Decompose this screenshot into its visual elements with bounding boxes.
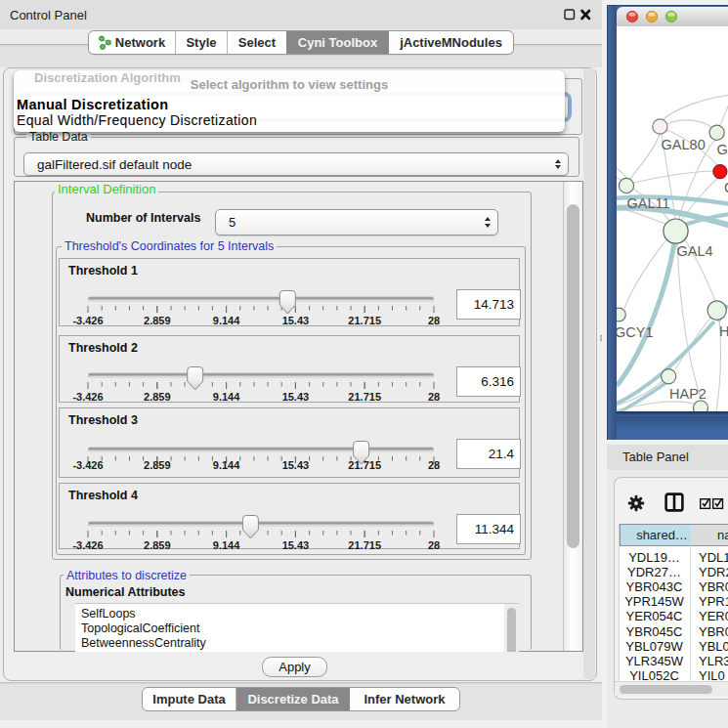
svg-text:-3.426: -3.426 xyxy=(72,391,103,403)
svg-text:28: 28 xyxy=(428,459,440,471)
svg-text:HAP2: HAP2 xyxy=(669,386,707,402)
svg-text:15.43: 15.43 xyxy=(282,315,310,326)
svg-text:H: H xyxy=(719,323,728,339)
svg-text:2.859: 2.859 xyxy=(144,315,171,326)
svg-text:28: 28 xyxy=(428,391,440,403)
svg-text:28: 28 xyxy=(428,539,440,551)
svg-text:GA: GA xyxy=(717,142,728,157)
svg-text:15.43: 15.43 xyxy=(282,459,310,471)
svg-text:-3.426: -3.426 xyxy=(72,459,103,471)
svg-text:GAL4: GAL4 xyxy=(677,243,713,259)
svg-text:9.144: 9.144 xyxy=(213,315,240,326)
svg-text:2.859: 2.859 xyxy=(144,391,171,403)
svg-text:2.859: 2.859 xyxy=(144,539,171,551)
svg-text:-3.426: -3.426 xyxy=(72,315,103,326)
svg-text:9.144: 9.144 xyxy=(213,459,240,471)
svg-text:15.43: 15.43 xyxy=(282,391,310,403)
svg-text:28: 28 xyxy=(428,315,440,326)
svg-text:21.715: 21.715 xyxy=(348,391,381,403)
svg-text:-3.426: -3.426 xyxy=(72,539,103,551)
svg-text:15.43: 15.43 xyxy=(282,539,310,551)
svg-text:GAL11: GAL11 xyxy=(627,195,670,211)
svg-text:GCY1: GCY1 xyxy=(617,324,654,340)
svg-text:GAL80: GAL80 xyxy=(662,137,706,152)
svg-text:9.144: 9.144 xyxy=(213,539,240,551)
svg-text:21.715: 21.715 xyxy=(348,539,381,551)
svg-text:2.859: 2.859 xyxy=(144,459,171,471)
svg-text:21.715: 21.715 xyxy=(348,315,381,326)
svg-text:9.144: 9.144 xyxy=(213,391,240,403)
svg-text:C: C xyxy=(724,180,728,195)
